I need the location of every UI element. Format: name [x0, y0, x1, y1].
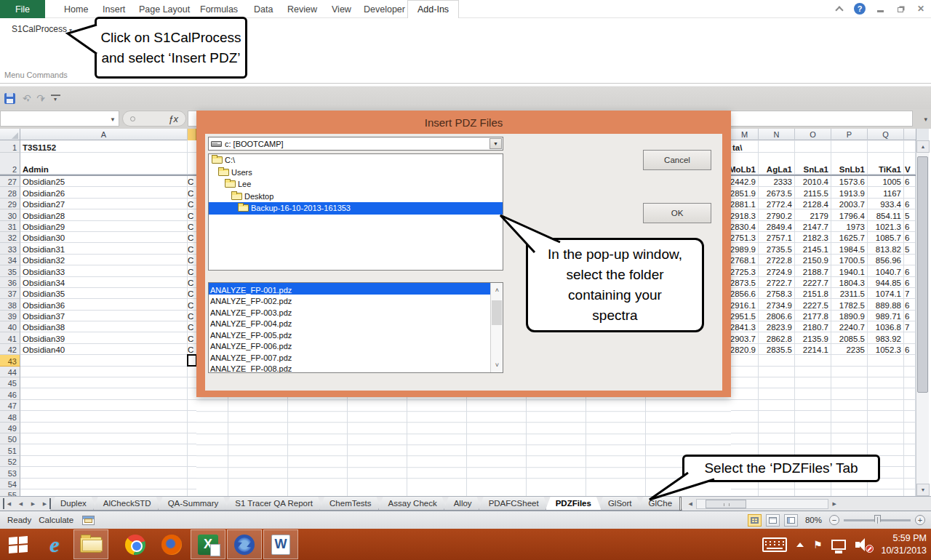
- sheet-tab-s1-tracer-qa-report[interactable]: S1 Tracer QA Report: [225, 497, 323, 511]
- row-header-54[interactable]: 54: [0, 479, 20, 489]
- cell-a47[interactable]: [20, 400, 188, 411]
- cell[interactable]: [759, 388, 795, 399]
- table-row[interactable]: 2751.32757.12182.31625.71085.76: [731, 232, 916, 243]
- ribbon-tab-formulas[interactable]: Formulas: [191, 0, 247, 18]
- row-header-27[interactable]: 27: [0, 176, 20, 187]
- cell[interactable]: 6: [904, 311, 916, 321]
- cell[interactable]: [904, 187, 916, 198]
- cell-b48-fragment[interactable]: [188, 411, 196, 422]
- cell[interactable]: 2442.9: [731, 176, 759, 187]
- help-icon[interactable]: ?: [854, 3, 866, 15]
- row-header-28[interactable]: 28: [0, 187, 20, 198]
- cell[interactable]: [831, 388, 868, 399]
- cell[interactable]: [831, 433, 868, 444]
- table-row[interactable]: 50: [0, 433, 196, 444]
- cell[interactable]: [795, 400, 831, 411]
- cell-a30[interactable]: Obsidian28: [20, 209, 188, 220]
- file-item[interactable]: ANALYZE_FP-001.pdz: [209, 283, 490, 295]
- table-row[interactable]: 46: [0, 388, 196, 399]
- table-row[interactable]: [731, 388, 916, 399]
- zoom-slider-thumb[interactable]: [874, 515, 881, 525]
- cell[interactable]: [904, 400, 916, 411]
- cell-b27-fragment[interactable]: C: [188, 176, 196, 187]
- cell[interactable]: [759, 400, 795, 411]
- cell[interactable]: 1782.5: [831, 299, 868, 310]
- cell[interactable]: 813.82: [868, 243, 904, 254]
- cell[interactable]: [795, 433, 831, 444]
- firefox-button[interactable]: [154, 529, 189, 559]
- hscroll-track[interactable]: [696, 499, 828, 509]
- table-row[interactable]: 2918.32790.221791796.4854.115: [731, 209, 916, 220]
- cell[interactable]: [731, 423, 759, 433]
- cell[interactable]: 2916.1: [731, 299, 759, 310]
- page-layout-view-button[interactable]: [766, 514, 780, 527]
- table-row[interactable]: 2Admin: [0, 153, 196, 175]
- cell[interactable]: 2188.7: [795, 265, 831, 276]
- horizontal-scrollbar[interactable]: ◀ ▶: [684, 497, 840, 511]
- cell[interactable]: 2177.8: [795, 311, 831, 321]
- touch-keyboard-icon[interactable]: [762, 537, 787, 552]
- cell-b1-fragment[interactable]: [188, 140, 196, 153]
- page-break-view-button[interactable]: [784, 514, 798, 527]
- table-row[interactable]: 45: [0, 377, 196, 388]
- row-header-43[interactable]: 43: [0, 355, 20, 366]
- cell[interactable]: 6: [904, 232, 916, 243]
- cell[interactable]: [731, 367, 759, 377]
- cell[interactable]: 2734.9: [759, 299, 795, 310]
- expand-formula-bar-icon[interactable]: ▾: [924, 116, 927, 123]
- cancel-button[interactable]: Cancel: [643, 150, 711, 170]
- cell-b46-fragment[interactable]: [188, 388, 196, 399]
- cell[interactable]: V: [904, 153, 916, 175]
- folder-item[interactable]: Desktop: [209, 191, 503, 203]
- cell[interactable]: 2010.4: [795, 176, 831, 187]
- table-row[interactable]: 31Obsidian29C: [0, 221, 196, 232]
- row-header-50[interactable]: 50: [0, 433, 20, 444]
- cell[interactable]: [868, 423, 904, 433]
- name-box[interactable]: ▼: [0, 111, 119, 127]
- file-scroll-down-icon[interactable]: ˅: [491, 358, 503, 372]
- cell[interactable]: 2128.4: [795, 199, 831, 209]
- cell-b49-fragment[interactable]: [188, 423, 196, 433]
- redo-button[interactable]: ↷▾: [36, 92, 43, 105]
- cell-a31[interactable]: Obsidian29: [20, 221, 188, 232]
- cell[interactable]: [759, 411, 795, 422]
- table-row[interactable]: 51: [0, 444, 196, 455]
- cell[interactable]: 854.11: [868, 209, 904, 220]
- cell[interactable]: [759, 140, 795, 153]
- cell[interactable]: 6: [904, 221, 916, 232]
- table-row[interactable]: 1T3S1152: [0, 140, 196, 153]
- table-row[interactable]: 2881.12772.42128.42003.7933.46: [731, 199, 916, 209]
- cell-a39[interactable]: Obsidian37: [20, 311, 188, 321]
- cell[interactable]: 2227.5: [795, 299, 831, 310]
- cell[interactable]: 2830.4: [731, 221, 759, 232]
- cell-a46[interactable]: [20, 388, 188, 399]
- column-header-b-sliver[interactable]: [188, 129, 196, 140]
- cell[interactable]: [831, 367, 868, 377]
- table-row[interactable]: 38Obsidian36C: [0, 299, 196, 310]
- file-item[interactable]: ANALYZE_FP-006.pdz: [209, 340, 490, 351]
- file-explorer-button[interactable]: [73, 529, 108, 559]
- tray-expand-icon[interactable]: [796, 543, 804, 547]
- table-row[interactable]: 42Obsidian40C: [0, 344, 196, 355]
- cell[interactable]: 2333: [759, 176, 795, 187]
- row-header-37[interactable]: 37: [0, 288, 20, 299]
- file-item[interactable]: ANALYZE_FP-002.pdz: [209, 295, 490, 306]
- table-row[interactable]: 2856.62758.32151.82311.51074.17: [731, 288, 916, 299]
- cell[interactable]: [831, 411, 868, 422]
- table-row[interactable]: 33Obsidian31C: [0, 243, 196, 254]
- cell-b40-fragment[interactable]: C: [188, 321, 196, 332]
- table-row[interactable]: 43: [0, 355, 196, 366]
- cell[interactable]: [795, 388, 831, 399]
- hscroll-right-icon[interactable]: ▶: [828, 498, 840, 510]
- minimize-icon[interactable]: [874, 4, 886, 14]
- cell[interactable]: [868, 367, 904, 377]
- row-header-32[interactable]: 32: [0, 232, 20, 243]
- row-header-39[interactable]: 39: [0, 311, 20, 321]
- internet-explorer-button[interactable]: e: [37, 529, 72, 559]
- sheet-tab-glche[interactable]: GlChe: [638, 497, 682, 511]
- drive-combobox[interactable]: c: [BOOTCAMP] ▼: [208, 137, 503, 151]
- cell[interactable]: 2851.9: [731, 187, 759, 198]
- sheet-tab-pdafcsheet[interactable]: PDAFCSheet: [479, 497, 549, 511]
- cell[interactable]: 2115.5: [795, 187, 831, 198]
- table-row[interactable]: ta\: [731, 140, 916, 153]
